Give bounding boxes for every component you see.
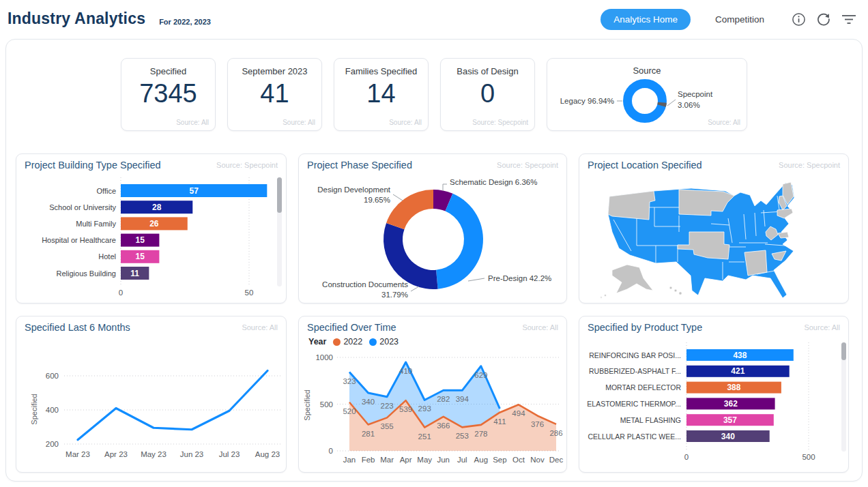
svg-text:323: 323 — [343, 377, 356, 385]
source-note: Source: All — [804, 323, 840, 331]
svg-text:Apr: Apr — [400, 456, 412, 464]
svg-text:19.65%: 19.65% — [364, 196, 390, 204]
svg-text:Hotel: Hotel — [98, 252, 116, 261]
source-note: Source: Specpoint — [472, 119, 528, 126]
svg-text:METAL FLASHING: METAL FLASHING — [620, 416, 681, 424]
svg-text:School or University: School or University — [49, 203, 116, 211]
svg-text:May 23: May 23 — [141, 450, 167, 458]
svg-text:500: 500 — [802, 453, 815, 461]
product-type-bar-chart[interactable]: 0500REINFORCING BAR POSI...438RUBBERIZED… — [579, 337, 848, 471]
info-icon[interactable] — [790, 11, 807, 27]
svg-text:Multi Family: Multi Family — [76, 220, 116, 228]
svg-text:Mar: Mar — [380, 456, 394, 464]
svg-text:251: 251 — [418, 432, 431, 441]
svg-text:278: 278 — [474, 430, 487, 438]
over-time-area-chart[interactable]: 05001000SpecifiedJanFebMarAprMayJunJulAu… — [299, 348, 567, 473]
source-donut-card[interactable]: Source Legacy 96.94%Specpoint3.06% Sourc… — [547, 58, 747, 131]
source-note: Source: All — [708, 119, 740, 126]
legend-title: Year — [308, 337, 326, 346]
source-note: Source: Specpoint — [497, 161, 558, 169]
kpi-card-specified[interactable]: Specified 7345 Source: All — [121, 58, 216, 131]
svg-text:253: 253 — [456, 432, 469, 440]
svg-text:Jul 23: Jul 23 — [219, 450, 240, 458]
kpi-card-september-2023[interactable]: September 2023 41 Source: All — [227, 58, 322, 131]
us-choropleth-map[interactable] — [589, 175, 840, 300]
svg-text:MORTAR DEFLECTOR: MORTAR DEFLECTOR — [605, 383, 681, 392]
svg-text:31.79%: 31.79% — [381, 291, 408, 299]
kpi-value: 41 — [228, 80, 321, 106]
svg-text:50: 50 — [245, 289, 254, 297]
svg-text:340: 340 — [721, 432, 735, 441]
svg-text:May: May — [417, 456, 432, 464]
svg-text:28: 28 — [152, 203, 162, 212]
svg-text:11: 11 — [130, 269, 139, 278]
svg-text:Schematic Design 6.36%: Schematic Design 6.36% — [450, 178, 537, 186]
legend-label: 2023 — [379, 337, 399, 346]
svg-text:411: 411 — [493, 417, 506, 426]
kpi-label: Families Specified — [334, 66, 428, 76]
svg-text:494: 494 — [512, 409, 525, 417]
kpi-row: Specified 7345 Source: All September 202… — [6, 58, 862, 131]
svg-text:0: 0 — [119, 289, 123, 297]
svg-text:Specified: Specified — [30, 394, 38, 424]
kpi-label: September 2023 — [228, 66, 321, 76]
refresh-icon[interactable] — [815, 11, 832, 27]
last-6-months-line-chart[interactable]: 200400600SpecifiedMar 23Apr 23May 23Jun … — [16, 341, 287, 472]
svg-text:394: 394 — [456, 395, 469, 403]
svg-text:RUBBERIZED-ASPHALT F...: RUBBERIZED-ASPHALT F... — [589, 367, 681, 375]
svg-text:Legacy 96.94%: Legacy 96.94% — [560, 97, 614, 105]
svg-text:57: 57 — [189, 186, 199, 196]
chart-title: Specified Last 6 Months — [25, 322, 130, 333]
svg-text:Sep: Sep — [493, 456, 506, 464]
app-header: Industry Analytics For 2022, 2023 Analyt… — [0, 0, 868, 38]
legend-item-2023[interactable]: 2023 — [369, 337, 399, 346]
svg-text:Dec: Dec — [549, 456, 564, 464]
dashboard-panel: Specified 7345 Source: All September 202… — [5, 39, 863, 482]
page-title: Industry Analytics — [8, 10, 145, 27]
legend-label: 2022 — [343, 337, 362, 346]
filter-icon[interactable] — [841, 11, 857, 27]
chart-title: Project Phase Specified — [307, 160, 412, 171]
svg-text:Aug 23: Aug 23 — [255, 450, 280, 458]
svg-text:293: 293 — [418, 404, 431, 413]
svg-text:223: 223 — [381, 402, 394, 410]
svg-text:15: 15 — [136, 252, 145, 261]
svg-text:Religious Building: Religious Building — [57, 269, 116, 278]
svg-text:Nov: Nov — [530, 456, 545, 464]
chart-title: Specified by Product Type — [588, 322, 702, 333]
svg-text:500: 500 — [320, 400, 333, 409]
source-note: Source: Specpoint — [216, 161, 278, 169]
svg-text:Specpoint: Specpoint — [678, 90, 713, 98]
analytics-home-button[interactable]: Analytics Home — [601, 9, 691, 30]
svg-text:0: 0 — [329, 447, 333, 455]
source-note: Source: Specpoint — [779, 161, 840, 169]
svg-text:Apr 23: Apr 23 — [104, 450, 128, 458]
svg-text:600: 600 — [46, 372, 59, 380]
svg-text:Jan: Jan — [343, 456, 356, 464]
svg-text:362: 362 — [724, 399, 738, 409]
legend-swatch-2023 — [369, 338, 377, 346]
svg-text:Jul: Jul — [457, 456, 467, 464]
svg-text:Aug: Aug — [474, 456, 488, 464]
project-phase-donut-chart[interactable]: Schematic Design 6.36%Pre-Design 42.2%Co… — [299, 173, 567, 303]
svg-text:0: 0 — [684, 453, 689, 461]
svg-text:Hospital or Healthcare: Hospital or Healthcare — [42, 236, 116, 244]
legend-item-2022[interactable]: 2022 — [333, 337, 362, 346]
svg-text:355: 355 — [381, 422, 394, 430]
svg-text:REINFORCING BAR POSI...: REINFORCING BAR POSI... — [589, 351, 681, 359]
svg-text:410: 410 — [399, 367, 412, 375]
svg-text:Pre-Design 42.2%: Pre-Design 42.2% — [488, 274, 551, 282]
over-time-card: Specified Over Time Source: All Year 202… — [298, 316, 567, 473]
building-type-bar-chart[interactable]: 050Office57School or University28Multi F… — [16, 175, 286, 303]
svg-text:Feb: Feb — [362, 456, 375, 464]
product-type-card: Specified by Product Type Source: All 05… — [579, 316, 849, 473]
svg-text:Construction Documents: Construction Documents — [322, 280, 408, 289]
kpi-card-basis-of-design[interactable]: Basis of Design 0 Source: Specpoint — [440, 58, 535, 131]
svg-text:1000: 1000 — [315, 353, 333, 361]
last-6-months-card: Specified Last 6 Months Source: All 2004… — [16, 316, 287, 473]
chart-title: Specified Over Time — [307, 322, 396, 333]
kpi-card-families-specified[interactable]: Families Specified 14 Source: All — [334, 58, 429, 131]
competition-button[interactable]: Competition — [711, 14, 768, 25]
charts-grid: Project Building Type Specified Source: … — [16, 153, 852, 473]
svg-text:15: 15 — [136, 235, 145, 245]
